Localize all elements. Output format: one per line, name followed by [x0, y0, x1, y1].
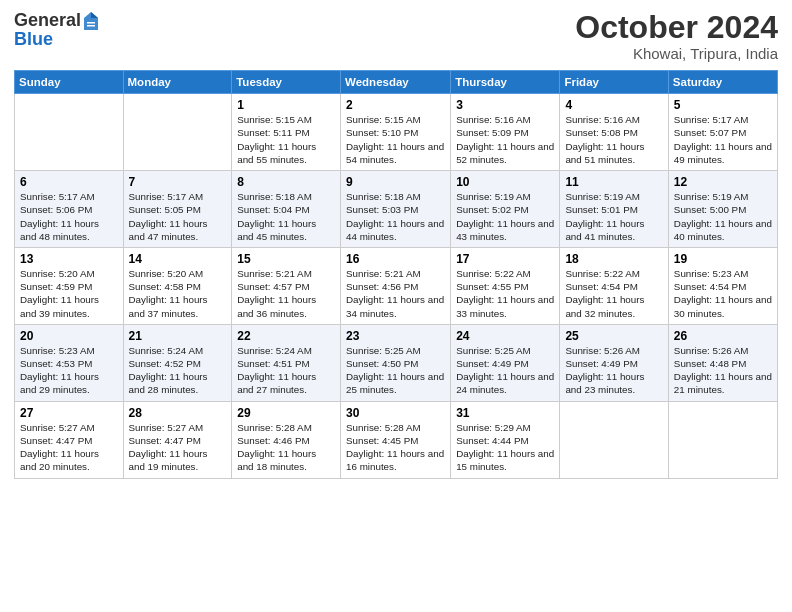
week-row-4: 20Sunrise: 5:23 AM Sunset: 4:53 PM Dayli… — [15, 324, 778, 401]
day-cell: 22Sunrise: 5:24 AM Sunset: 4:51 PM Dayli… — [232, 324, 341, 401]
day-number: 7 — [129, 175, 227, 189]
day-number: 17 — [456, 252, 554, 266]
day-info: Sunrise: 5:17 AM Sunset: 5:05 PM Dayligh… — [129, 190, 227, 243]
day-info: Sunrise: 5:24 AM Sunset: 4:52 PM Dayligh… — [129, 344, 227, 397]
day-number: 25 — [565, 329, 662, 343]
day-cell: 4Sunrise: 5:16 AM Sunset: 5:08 PM Daylig… — [560, 94, 668, 171]
day-info: Sunrise: 5:22 AM Sunset: 4:55 PM Dayligh… — [456, 267, 554, 320]
day-header-monday: Monday — [123, 71, 232, 94]
day-number: 1 — [237, 98, 335, 112]
svg-marker-1 — [91, 12, 98, 18]
day-info: Sunrise: 5:21 AM Sunset: 4:57 PM Dayligh… — [237, 267, 335, 320]
week-row-5: 27Sunrise: 5:27 AM Sunset: 4:47 PM Dayli… — [15, 401, 778, 478]
day-cell: 29Sunrise: 5:28 AM Sunset: 4:46 PM Dayli… — [232, 401, 341, 478]
day-cell: 24Sunrise: 5:25 AM Sunset: 4:49 PM Dayli… — [451, 324, 560, 401]
day-cell — [123, 94, 232, 171]
day-cell: 17Sunrise: 5:22 AM Sunset: 4:55 PM Dayli… — [451, 247, 560, 324]
day-header-tuesday: Tuesday — [232, 71, 341, 94]
day-info: Sunrise: 5:27 AM Sunset: 4:47 PM Dayligh… — [129, 421, 227, 474]
day-cell: 6Sunrise: 5:17 AM Sunset: 5:06 PM Daylig… — [15, 171, 124, 248]
day-number: 3 — [456, 98, 554, 112]
day-number: 20 — [20, 329, 118, 343]
day-cell: 13Sunrise: 5:20 AM Sunset: 4:59 PM Dayli… — [15, 247, 124, 324]
day-cell: 31Sunrise: 5:29 AM Sunset: 4:44 PM Dayli… — [451, 401, 560, 478]
day-number: 22 — [237, 329, 335, 343]
day-cell — [560, 401, 668, 478]
day-info: Sunrise: 5:19 AM Sunset: 5:00 PM Dayligh… — [674, 190, 772, 243]
svg-rect-3 — [87, 25, 95, 27]
day-number: 23 — [346, 329, 445, 343]
day-info: Sunrise: 5:21 AM Sunset: 4:56 PM Dayligh… — [346, 267, 445, 320]
day-cell: 14Sunrise: 5:20 AM Sunset: 4:58 PM Dayli… — [123, 247, 232, 324]
week-row-2: 6Sunrise: 5:17 AM Sunset: 5:06 PM Daylig… — [15, 171, 778, 248]
day-info: Sunrise: 5:20 AM Sunset: 4:59 PM Dayligh… — [20, 267, 118, 320]
day-cell: 5Sunrise: 5:17 AM Sunset: 5:07 PM Daylig… — [668, 94, 777, 171]
day-number: 28 — [129, 406, 227, 420]
day-cell: 10Sunrise: 5:19 AM Sunset: 5:02 PM Dayli… — [451, 171, 560, 248]
logo-icon — [82, 10, 100, 32]
day-cell: 3Sunrise: 5:16 AM Sunset: 5:09 PM Daylig… — [451, 94, 560, 171]
day-info: Sunrise: 5:19 AM Sunset: 5:01 PM Dayligh… — [565, 190, 662, 243]
day-cell: 8Sunrise: 5:18 AM Sunset: 5:04 PM Daylig… — [232, 171, 341, 248]
day-header-saturday: Saturday — [668, 71, 777, 94]
day-info: Sunrise: 5:17 AM Sunset: 5:06 PM Dayligh… — [20, 190, 118, 243]
day-cell: 27Sunrise: 5:27 AM Sunset: 4:47 PM Dayli… — [15, 401, 124, 478]
month-title: October 2024 — [575, 10, 778, 45]
day-number: 27 — [20, 406, 118, 420]
day-cell: 30Sunrise: 5:28 AM Sunset: 4:45 PM Dayli… — [341, 401, 451, 478]
day-info: Sunrise: 5:20 AM Sunset: 4:58 PM Dayligh… — [129, 267, 227, 320]
day-info: Sunrise: 5:25 AM Sunset: 4:49 PM Dayligh… — [456, 344, 554, 397]
day-number: 24 — [456, 329, 554, 343]
day-cell: 18Sunrise: 5:22 AM Sunset: 4:54 PM Dayli… — [560, 247, 668, 324]
day-cell: 1Sunrise: 5:15 AM Sunset: 5:11 PM Daylig… — [232, 94, 341, 171]
logo-general: General — [14, 11, 81, 31]
day-cell: 21Sunrise: 5:24 AM Sunset: 4:52 PM Dayli… — [123, 324, 232, 401]
day-cell — [15, 94, 124, 171]
day-number: 4 — [565, 98, 662, 112]
day-info: Sunrise: 5:18 AM Sunset: 5:03 PM Dayligh… — [346, 190, 445, 243]
day-number: 2 — [346, 98, 445, 112]
day-number: 14 — [129, 252, 227, 266]
svg-rect-2 — [87, 22, 95, 24]
day-info: Sunrise: 5:23 AM Sunset: 4:53 PM Dayligh… — [20, 344, 118, 397]
day-info: Sunrise: 5:18 AM Sunset: 5:04 PM Dayligh… — [237, 190, 335, 243]
day-header-wednesday: Wednesday — [341, 71, 451, 94]
day-cell: 28Sunrise: 5:27 AM Sunset: 4:47 PM Dayli… — [123, 401, 232, 478]
day-cell: 19Sunrise: 5:23 AM Sunset: 4:54 PM Dayli… — [668, 247, 777, 324]
day-info: Sunrise: 5:29 AM Sunset: 4:44 PM Dayligh… — [456, 421, 554, 474]
day-number: 8 — [237, 175, 335, 189]
calendar-table: SundayMondayTuesdayWednesdayThursdayFrid… — [14, 70, 778, 478]
day-number: 18 — [565, 252, 662, 266]
day-info: Sunrise: 5:27 AM Sunset: 4:47 PM Dayligh… — [20, 421, 118, 474]
day-number: 21 — [129, 329, 227, 343]
day-header-friday: Friday — [560, 71, 668, 94]
header: General Blue October 2024 Khowai, Tripur… — [14, 10, 778, 62]
day-info: Sunrise: 5:17 AM Sunset: 5:07 PM Dayligh… — [674, 113, 772, 166]
week-row-3: 13Sunrise: 5:20 AM Sunset: 4:59 PM Dayli… — [15, 247, 778, 324]
day-info: Sunrise: 5:22 AM Sunset: 4:54 PM Dayligh… — [565, 267, 662, 320]
page: General Blue October 2024 Khowai, Tripur… — [0, 0, 792, 612]
day-number: 6 — [20, 175, 118, 189]
day-cell: 23Sunrise: 5:25 AM Sunset: 4:50 PM Dayli… — [341, 324, 451, 401]
day-number: 26 — [674, 329, 772, 343]
day-info: Sunrise: 5:15 AM Sunset: 5:10 PM Dayligh… — [346, 113, 445, 166]
title-area: October 2024 Khowai, Tripura, India — [575, 10, 778, 62]
day-number: 30 — [346, 406, 445, 420]
day-number: 10 — [456, 175, 554, 189]
day-cell: 7Sunrise: 5:17 AM Sunset: 5:05 PM Daylig… — [123, 171, 232, 248]
day-cell: 2Sunrise: 5:15 AM Sunset: 5:10 PM Daylig… — [341, 94, 451, 171]
header-row: SundayMondayTuesdayWednesdayThursdayFrid… — [15, 71, 778, 94]
day-cell: 20Sunrise: 5:23 AM Sunset: 4:53 PM Dayli… — [15, 324, 124, 401]
day-info: Sunrise: 5:16 AM Sunset: 5:08 PM Dayligh… — [565, 113, 662, 166]
day-cell: 26Sunrise: 5:26 AM Sunset: 4:48 PM Dayli… — [668, 324, 777, 401]
day-number: 19 — [674, 252, 772, 266]
day-cell: 15Sunrise: 5:21 AM Sunset: 4:57 PM Dayli… — [232, 247, 341, 324]
day-info: Sunrise: 5:16 AM Sunset: 5:09 PM Dayligh… — [456, 113, 554, 166]
day-header-sunday: Sunday — [15, 71, 124, 94]
day-number: 15 — [237, 252, 335, 266]
logo-area: General Blue — [14, 10, 102, 50]
day-cell: 25Sunrise: 5:26 AM Sunset: 4:49 PM Dayli… — [560, 324, 668, 401]
logo-blue: Blue — [14, 30, 102, 50]
day-number: 11 — [565, 175, 662, 189]
day-info: Sunrise: 5:15 AM Sunset: 5:11 PM Dayligh… — [237, 113, 335, 166]
